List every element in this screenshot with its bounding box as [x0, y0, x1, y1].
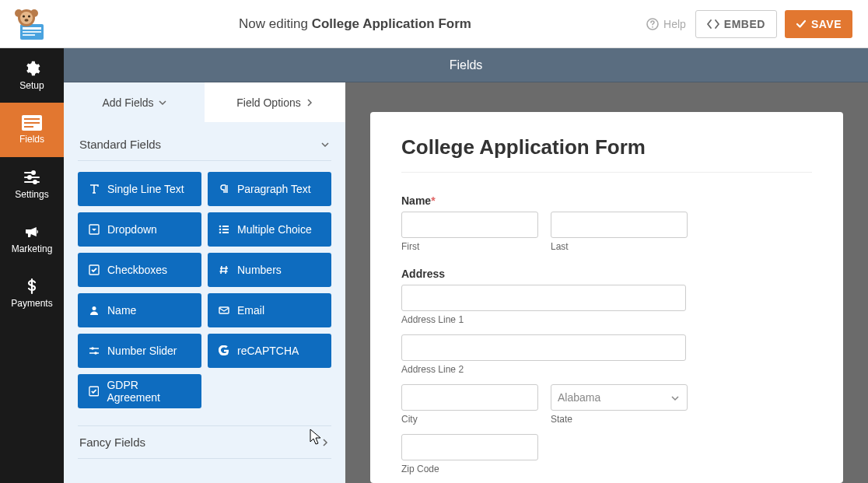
dollar-icon: [23, 278, 40, 295]
editing-form-name: College Application Form: [312, 16, 471, 31]
help-icon: [646, 18, 659, 30]
nav-settings[interactable]: Settings: [0, 157, 64, 212]
svg-point-7: [20, 12, 33, 24]
page-title: Now editing College Application Form: [64, 16, 646, 32]
embed-button[interactable]: EMBED: [695, 10, 777, 38]
svg-rect-20: [222, 226, 229, 227]
paragraph-icon: [219, 184, 229, 194]
svg-point-18: [219, 229, 222, 231]
city-sublabel: City: [401, 414, 538, 425]
svg-point-10: [24, 19, 28, 22]
svg-rect-3: [23, 34, 35, 36]
svg-point-8: [23, 15, 25, 17]
text-icon: [89, 184, 100, 194]
field-single-line-text[interactable]: Single Line Text: [78, 172, 201, 206]
embed-label: EMBED: [724, 18, 765, 30]
app-logo: [0, 0, 64, 48]
svg-rect-22: [222, 232, 229, 233]
svg-rect-2: [23, 31, 41, 33]
address-line-1-input[interactable]: [401, 285, 686, 311]
svg-rect-21: [222, 229, 229, 230]
city-input[interactable]: [401, 384, 538, 411]
field-multiple-choice[interactable]: Multiple Choice: [208, 212, 331, 247]
nav-marketing[interactable]: Marketing: [0, 212, 64, 266]
last-name-input[interactable]: [551, 212, 688, 238]
zip-sublabel: Zip Code: [401, 464, 538, 474]
list-ul-icon: [219, 224, 229, 235]
check-square-icon: [89, 264, 100, 275]
check-icon: [796, 19, 807, 30]
form-canvas: College Application Form Name* First Las…: [345, 82, 868, 483]
chevron-down-icon: [320, 140, 330, 149]
form-icon: [22, 115, 42, 131]
field-numbers[interactable]: Numbers: [208, 253, 331, 287]
first-sublabel: First: [401, 241, 538, 252]
svg-point-26: [91, 347, 94, 350]
svg-rect-14: [24, 122, 40, 124]
svg-rect-15: [24, 126, 33, 128]
sliders-h-icon: [89, 345, 100, 356]
nav-marketing-label: Marketing: [12, 243, 53, 254]
nav-setup-label: Setup: [19, 80, 44, 91]
field-email[interactable]: Email: [208, 293, 331, 327]
svg-point-19: [219, 232, 222, 234]
section-fancy-fields[interactable]: Fancy Fields: [78, 425, 331, 459]
field-dropdown[interactable]: Dropdown: [78, 212, 201, 247]
gear-icon: [23, 60, 40, 77]
fields-panel: Add Fields Field Options Standard Fields: [64, 82, 345, 483]
save-button[interactable]: SAVE: [785, 10, 852, 38]
last-sublabel: Last: [551, 241, 688, 252]
tab-add-label: Add Fields: [102, 96, 153, 109]
panel-tabs: Add Fields Field Options: [64, 82, 345, 122]
nav-setup[interactable]: Setup: [0, 48, 64, 103]
addr2-sublabel: Address Line 2: [401, 364, 686, 375]
svg-rect-1: [23, 27, 41, 30]
zip-input[interactable]: [401, 434, 538, 460]
chevron-down-icon: [670, 394, 680, 403]
panel-header: Fields: [64, 48, 868, 82]
chevron-right-icon: [320, 438, 330, 447]
envelope-icon: [219, 305, 229, 316]
name-field-label: Name*: [401, 194, 812, 207]
svg-rect-13: [24, 118, 40, 120]
save-label: SAVE: [811, 18, 842, 30]
state-select[interactable]: Alabama: [551, 384, 688, 411]
nav-fields[interactable]: Fields: [0, 103, 64, 157]
state-sublabel: State: [551, 414, 688, 425]
check-square-icon: [89, 386, 99, 397]
field-number-slider[interactable]: Number Slider: [78, 334, 201, 368]
nav-payments[interactable]: Payments: [0, 266, 64, 320]
tab-add-fields[interactable]: Add Fields: [64, 82, 205, 122]
form-title: College Application Form: [401, 135, 812, 159]
address-field-label: Address: [401, 268, 812, 280]
side-nav: Setup Fields Settings Marketing Payments: [0, 48, 64, 483]
nav-payments-label: Payments: [11, 298, 52, 309]
field-gdpr-agreement[interactable]: GDPR Agreement: [78, 374, 201, 408]
section-standard-fields[interactable]: Standard Fields: [78, 128, 331, 161]
svg-rect-25: [219, 307, 229, 313]
field-paragraph-text[interactable]: Paragraph Text: [208, 172, 331, 206]
svg-point-24: [93, 306, 96, 310]
bullhorn-icon: [23, 223, 40, 240]
field-recaptcha[interactable]: reCAPTCHA: [208, 334, 331, 368]
address-line-2-input[interactable]: [401, 334, 686, 361]
tab-field-options[interactable]: Field Options: [205, 82, 345, 122]
addr1-sublabel: Address Line 1: [401, 314, 686, 325]
field-checkboxes[interactable]: Checkboxes: [78, 253, 201, 287]
form-preview[interactable]: College Application Form Name* First Las…: [370, 112, 843, 483]
sliders-icon: [23, 169, 40, 186]
user-icon: [89, 305, 100, 316]
editing-prefix: Now editing: [239, 16, 308, 31]
google-icon: [219, 345, 229, 356]
code-icon: [707, 18, 719, 30]
divider: [401, 172, 812, 173]
svg-point-9: [28, 15, 30, 17]
help-link[interactable]: Help: [646, 18, 686, 30]
section-fancy-label: Fancy Fields: [79, 436, 145, 449]
hashtag-icon: [219, 264, 229, 275]
caret-square-icon: [89, 224, 100, 235]
help-label: Help: [663, 18, 686, 30]
svg-point-17: [219, 226, 222, 228]
first-name-input[interactable]: [401, 212, 538, 238]
field-name[interactable]: Name: [78, 293, 201, 327]
